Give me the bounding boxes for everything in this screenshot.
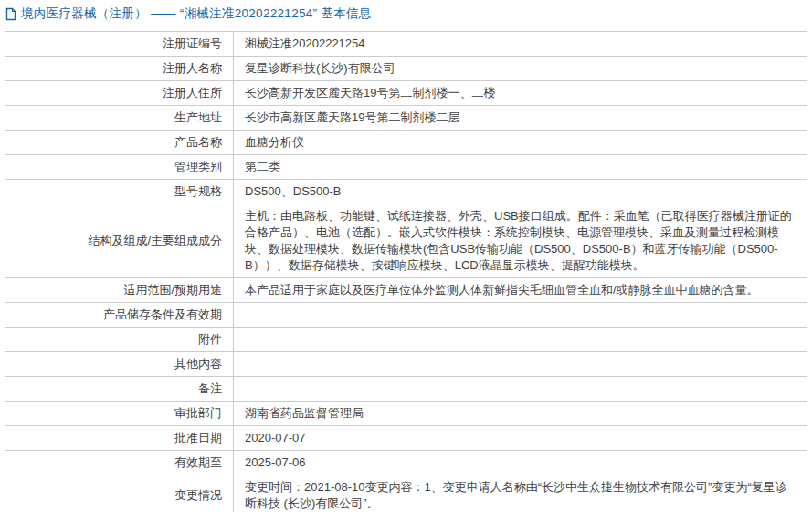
row-label: 型号规格 [5, 180, 234, 204]
table-row: 注册人住所 长沙高新开发区麓天路19号第二制剂楼一、二楼 [5, 81, 807, 106]
registration-info-table: 注册证编号 湘械注准20202221254 注册人名称 复星诊断科技(长沙)有限… [5, 31, 807, 512]
row-label: 变更情况 [5, 475, 234, 512]
table-row: 产品名称 血糖分析仪 [5, 131, 807, 155]
row-label: 适用范围/预期用途 [5, 278, 234, 302]
table-row: 审批部门 湖南省药品监督管理局 [5, 402, 807, 426]
row-label: 其他内容 [5, 352, 234, 376]
row-label: 备注 [5, 377, 234, 401]
row-value: 复星诊断科技(长沙)有限公司 [234, 57, 807, 80]
table-row: 生产地址 长沙市高新区麓天路19号第二制剂楼二层 [5, 106, 807, 131]
row-label: 附件 [5, 328, 234, 351]
table-row: 其他内容 [5, 352, 807, 377]
row-value: 2025-07-06 [234, 451, 807, 475]
row-label: 产品储存条件及有效期 [5, 303, 234, 327]
row-value: 主机：由电路板、功能键、试纸连接器、外壳、USB接口组成。配件：采血笔（已取得医… [234, 204, 807, 277]
table-row: 注册人名称 复星诊断科技(长沙)有限公司 [5, 57, 807, 81]
row-value: 本产品适用于家庭以及医疗单位体外监测人体新鲜指尖毛细血管全血和/或静脉全血中血糖… [234, 278, 807, 302]
table-row: 批准日期 2020-07-07 [5, 426, 807, 451]
row-value: 血糖分析仪 [234, 131, 807, 154]
row-value: 长沙市高新区麓天路19号第二制剂楼二层 [234, 106, 807, 130]
document-icon [5, 7, 16, 21]
row-value: 长沙高新开发区麓天路19号第二制剂楼一、二楼 [234, 81, 807, 105]
row-value: 湘械注准20202221254 [234, 32, 807, 56]
row-label: 注册人住所 [5, 81, 234, 105]
row-label: 批准日期 [5, 426, 234, 450]
table-row: 注册证编号 湘械注准20202221254 [5, 32, 807, 57]
table-row: 附件 [5, 328, 807, 352]
table-row: 变更情况 变更时间：2021-08-10变更内容：1、变更申请人名称由“长沙中生… [5, 475, 807, 512]
table-row: 备注 [5, 377, 807, 402]
table-row: 管理类别 第二类 [5, 155, 807, 180]
row-label: 产品名称 [5, 131, 234, 154]
row-label: 审批部门 [5, 402, 234, 425]
table-row: 型号规格 DS500、DS500-B [5, 180, 807, 204]
row-value: 变更时间：2021-08-10变更内容：1、变更申请人名称由“长沙中生众捷生物技… [234, 475, 807, 512]
row-label: 注册人名称 [5, 57, 234, 80]
row-label: 注册证编号 [5, 32, 234, 56]
row-label: 结构及组成/主要组成成分 [5, 204, 234, 277]
table-row: 结构及组成/主要组成成分 主机：由电路板、功能键、试纸连接器、外壳、USB接口组… [5, 204, 807, 278]
row-label: 管理类别 [5, 155, 234, 179]
table-row: 适用范围/预期用途 本产品适用于家庭以及医疗单位体外监测人体新鲜指尖毛细血管全血… [5, 278, 807, 303]
page-header: 境内医疗器械（注册） —— “湘械注准20202221254” 基本信息 [0, 0, 812, 31]
row-value: 2020-07-07 [234, 426, 807, 450]
page-title: 境内医疗器械（注册） —— “湘械注准20202221254” 基本信息 [21, 5, 372, 22]
table-row: 产品储存条件及有效期 [5, 303, 807, 328]
row-label: 生产地址 [5, 106, 234, 130]
row-value: DS500、DS500-B [234, 180, 807, 204]
row-value: 湖南省药品监督管理局 [234, 402, 807, 425]
row-value [234, 377, 807, 401]
row-value: 第二类 [234, 155, 807, 179]
row-value [234, 303, 807, 327]
row-value [234, 352, 807, 376]
table-row: 有效期至 2025-07-06 [5, 451, 807, 475]
row-value [234, 328, 807, 351]
row-label: 有效期至 [5, 451, 234, 475]
